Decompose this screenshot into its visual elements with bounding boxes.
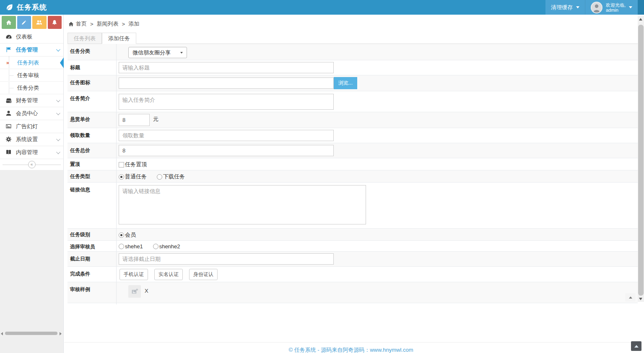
sidebar-menu: 仪表板 任务管理 » 任务列表 任务审核 任务分类 财务管理: [0, 31, 63, 159]
unit-price-input[interactable]: [119, 114, 150, 126]
form-row-icon: 任务图标 浏览...: [68, 75, 638, 91]
clear-cache-label: 清理缓存: [551, 4, 573, 11]
field-label: 任务分类: [68, 44, 117, 60]
scroll-up-icon[interactable]: [639, 18, 642, 21]
sidebar-item-ad-slides[interactable]: 广告幻灯: [0, 120, 63, 133]
inner-scroll-up-button[interactable]: [625, 293, 636, 301]
radio-icon[interactable]: [119, 244, 124, 249]
add-task-form: 任务分类 微信朋友圈分享 标题 任务图标 浏览...: [68, 44, 638, 304]
scroll-left-icon[interactable]: [1, 332, 3, 335]
chevron-down-icon: [56, 98, 60, 102]
form-row-reviewer: 选择审核员 shehe1 shenhe2: [68, 241, 638, 252]
task-type-normal-radio[interactable]: 普通任务: [119, 173, 147, 180]
breadcrumb-news-list[interactable]: 新闻列表: [97, 20, 119, 28]
form-row-link-info: 链接信息: [68, 183, 638, 229]
sidebar-filler: [0, 170, 63, 353]
chevron-down-icon: [180, 52, 183, 54]
tab-task-list[interactable]: 任务列表: [68, 33, 102, 44]
chevron-down-icon: [56, 137, 60, 141]
form-row-task-level: 任务级别 会员: [68, 229, 638, 241]
radio-label: 会员: [125, 231, 136, 239]
vertical-scrollbar[interactable]: [638, 16, 644, 302]
reviewer-shehe1-radio[interactable]: shehe1: [119, 243, 143, 250]
form-row-claim-quantity: 领取数量: [68, 128, 638, 143]
header-corner: [638, 0, 644, 15]
sidebar-subitem-label: 任务分类: [17, 84, 39, 92]
chevron-down-icon: [56, 111, 60, 115]
image-icon: [5, 123, 12, 130]
radio-checked-icon[interactable]: [119, 232, 124, 238]
sample-remove-link[interactable]: X: [145, 288, 148, 294]
welcome-text: 欢迎光临, admin: [606, 3, 626, 13]
radio-icon[interactable]: [157, 174, 162, 180]
sidebar-item-content-management[interactable]: 内容管理: [0, 146, 63, 159]
browse-button[interactable]: 浏览...: [334, 77, 357, 89]
claim-quantity-input[interactable]: [119, 130, 334, 141]
field-label: 任务简介: [68, 91, 117, 112]
breadcrumb-add: 添加: [128, 20, 139, 28]
sidebar-item-label: 任务管理: [16, 46, 38, 54]
scroll-down-icon[interactable]: [639, 298, 642, 300]
gear-icon: [5, 136, 12, 143]
radio-checked-icon[interactable]: [119, 174, 124, 180]
sidebar: 仪表板 任务管理 » 任务列表 任务审核 任务分类 财务管理: [0, 15, 64, 353]
sidebar-item-dashboard[interactable]: 仪表板: [0, 31, 63, 44]
back-to-top-button[interactable]: [631, 341, 641, 351]
task-category-select[interactable]: 微信朋友圈分享: [128, 47, 187, 58]
form-row-completion-conditions: 完成条件 手机认证 实名认证 身份证认: [68, 267, 638, 282]
clear-cache-dropdown[interactable]: 清理缓存: [545, 0, 585, 15]
edit-quick-button[interactable]: [17, 16, 31, 29]
active-item-marker: »: [6, 60, 9, 66]
breadcrumb-separator: >: [122, 21, 125, 27]
link-info-textarea[interactable]: [119, 185, 366, 224]
form-row-task-steps: 任务步骤: [68, 303, 638, 304]
task-level-member-radio[interactable]: 会员: [119, 231, 136, 239]
sidebar-item-finance[interactable]: 财务管理: [0, 94, 63, 107]
condition-realname-button[interactable]: 实名认证: [154, 269, 183, 280]
arrow-up-icon: [634, 345, 639, 348]
notifications-quick-button[interactable]: [48, 16, 62, 29]
home-quick-button[interactable]: [2, 16, 16, 29]
sidebar-item-task-management[interactable]: 任务管理: [0, 44, 63, 57]
users-quick-button[interactable]: [32, 16, 47, 29]
form-row-total-price: 任务总价: [68, 143, 638, 158]
sample-upload-box[interactable]: [128, 285, 141, 298]
form-row-title: 标题: [68, 60, 638, 75]
reviewer-shenhe2-radio[interactable]: shenhe2: [153, 243, 180, 250]
horizontal-scrollbar[interactable]: [0, 331, 63, 336]
task-icon-file-input[interactable]: [119, 77, 334, 89]
vertical-scrollbar-thumb[interactable]: [638, 25, 644, 296]
app-brand[interactable]: 任务系统: [0, 0, 47, 15]
content-spacer: [64, 304, 638, 342]
title-input[interactable]: [119, 62, 334, 73]
checkbox-icon[interactable]: [119, 162, 124, 167]
main-content: 首页 > 新闻列表 > 添加 任务列表 添加任务 任务分类 微信朋友圈分享 标题: [64, 15, 644, 353]
footer-text[interactable]: © 任务系统 - 源码来自阿奇源码：www.hnymwl.com: [288, 347, 413, 353]
radio-icon[interactable]: [153, 244, 158, 249]
field-label: 置顶: [68, 158, 117, 170]
tab-add-task[interactable]: 添加任务: [102, 33, 136, 44]
field-label: 链接信息: [68, 183, 117, 228]
sidebar-item-system-settings[interactable]: 系统设置: [0, 133, 63, 146]
radio-label: 普通任务: [125, 173, 147, 180]
chevron-down-icon: [56, 150, 60, 154]
horizontal-scrollbar-thumb[interactable]: [5, 332, 57, 335]
pin-checkbox-option[interactable]: 任务置顶: [119, 161, 147, 168]
sidebar-subitem-task-list[interactable]: » 任务列表: [0, 57, 63, 69]
form-row-deadline: 截止日期: [68, 252, 638, 267]
top-header-bar: 任务系统 清理缓存 欢迎光临, admin: [0, 0, 644, 15]
breadcrumb-home[interactable]: 首页: [76, 20, 87, 28]
sidebar-item-members[interactable]: 会员中心: [0, 107, 63, 120]
radio-label: shehe1: [125, 243, 143, 250]
sidebar-subitem-task-category[interactable]: 任务分类: [0, 82, 63, 94]
sidebar-subitem-task-review[interactable]: 任务审核: [0, 69, 63, 82]
user-menu-dropdown[interactable]: 欢迎光临, admin: [585, 0, 638, 15]
condition-idcard-button[interactable]: 身份证认: [189, 269, 218, 280]
task-type-download-radio[interactable]: 下载任务: [157, 173, 185, 180]
sidebar-collapse-button[interactable]: «: [28, 161, 36, 168]
total-price-input[interactable]: [119, 145, 334, 156]
scroll-right-icon[interactable]: [60, 332, 62, 335]
deadline-input[interactable]: [119, 253, 334, 265]
task-intro-textarea[interactable]: [119, 94, 334, 110]
condition-phone-button[interactable]: 手机认证: [119, 269, 148, 280]
